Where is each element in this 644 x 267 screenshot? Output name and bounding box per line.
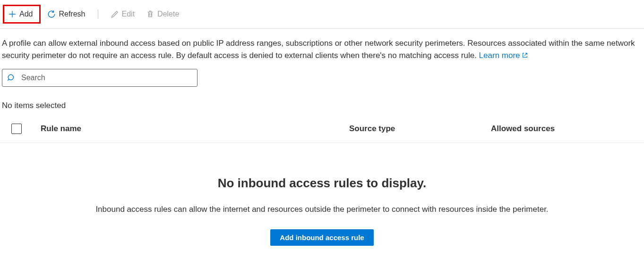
learn-more-link[interactable]: Learn more <box>479 50 528 62</box>
description-text-block: A profile can allow external inbound acc… <box>0 29 644 61</box>
trash-icon <box>146 10 155 18</box>
external-link-icon <box>522 52 528 58</box>
refresh-button[interactable]: Refresh <box>43 7 90 21</box>
plus-icon <box>8 10 17 18</box>
refresh-button-label: Refresh <box>59 10 85 18</box>
add-inbound-rule-button[interactable]: Add inbound access rule <box>270 229 373 246</box>
delete-button: Delete <box>141 7 184 21</box>
search-input[interactable] <box>21 74 192 82</box>
table-header-row: Rule name Source type Allowed sources <box>0 115 644 143</box>
search-icon <box>7 74 16 82</box>
toolbar-separator <box>98 9 98 19</box>
description-text: A profile can allow external inbound acc… <box>2 39 635 60</box>
column-header-rule-name[interactable]: Rule name <box>41 124 349 134</box>
selection-status: No items selected <box>2 101 642 110</box>
empty-state: No inbound access rules to display. Inbo… <box>0 143 644 260</box>
column-header-source-type[interactable]: Source type <box>349 124 491 134</box>
learn-more-label: Learn more <box>479 50 520 62</box>
column-header-allowed-sources[interactable]: Allowed sources <box>491 124 633 134</box>
edit-button-label: Edit <box>122 10 135 18</box>
add-button[interactable]: Add <box>3 5 41 24</box>
empty-state-subtitle: Inbound access rules can allow the inter… <box>9 205 635 214</box>
command-bar: Add Refresh Edit Delete <box>0 0 644 29</box>
pencil-icon <box>111 10 119 18</box>
refresh-icon <box>47 10 56 18</box>
select-all-checkbox[interactable] <box>11 124 22 134</box>
search-box[interactable] <box>2 69 197 87</box>
add-button-label: Add <box>19 10 33 18</box>
empty-state-title: No inbound access rules to display. <box>9 176 635 191</box>
delete-button-label: Delete <box>157 10 179 18</box>
edit-button: Edit <box>106 7 140 21</box>
